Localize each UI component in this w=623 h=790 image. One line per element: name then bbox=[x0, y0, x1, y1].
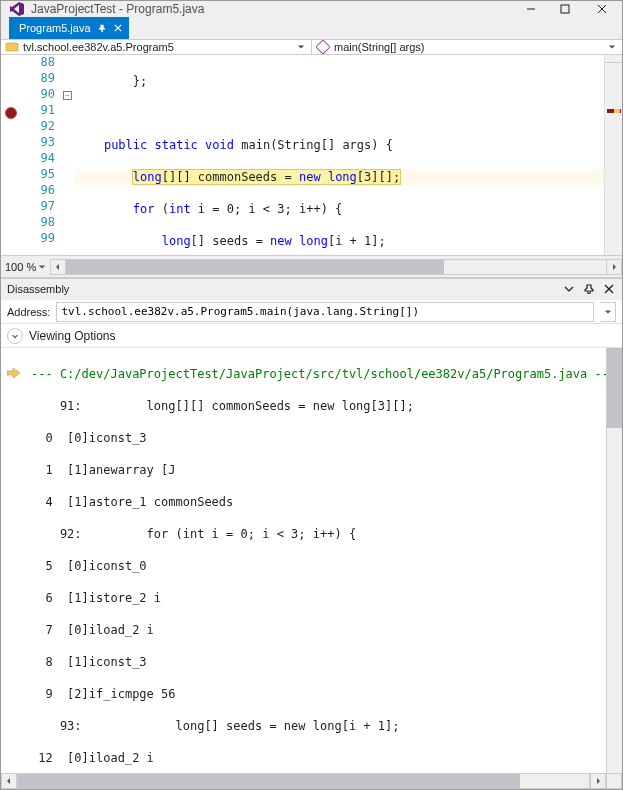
overview-ruler[interactable] bbox=[604, 55, 622, 255]
dis-line[interactable]: 92: for (int i = 0; i < 3; i++) { bbox=[31, 526, 606, 542]
dis-line[interactable]: 1 [1]anewarray [J bbox=[31, 462, 606, 478]
line-number: 89 bbox=[31, 71, 55, 87]
address-bar: Address: bbox=[1, 300, 622, 324]
split-handle-icon[interactable] bbox=[605, 55, 622, 63]
dis-line[interactable]: --- C:/dev/JavaProjectTest/JavaProject/s… bbox=[31, 366, 606, 382]
tab-close-icon[interactable] bbox=[113, 23, 123, 33]
viewing-options-label: Viewing Options bbox=[29, 329, 116, 343]
scroll-track[interactable] bbox=[17, 773, 590, 789]
scroll-thumb[interactable] bbox=[66, 260, 444, 274]
dis-line[interactable]: 7 [0]iload_2 i bbox=[31, 622, 606, 638]
svg-rect-7 bbox=[316, 40, 330, 54]
zoom-value: 100 % bbox=[5, 261, 36, 273]
dis-line[interactable]: 91: long[][] commonSeeds = new long[3][]… bbox=[31, 398, 606, 414]
class-icon bbox=[5, 40, 19, 54]
minimize-button[interactable] bbox=[514, 1, 548, 17]
class-combo[interactable]: tvl.school.ee382v.a5.Program5 bbox=[1, 40, 312, 54]
breakpoint-margin[interactable] bbox=[1, 55, 31, 255]
code-line[interactable]: public static void main(String[] args) { bbox=[75, 137, 604, 153]
dis-line[interactable]: 8 [1]iconst_3 bbox=[31, 654, 606, 670]
line-number: 92 bbox=[31, 119, 55, 135]
disassembly-footer bbox=[1, 773, 622, 789]
titlebar: JavaProjectTest - Program5.java bbox=[1, 1, 622, 17]
window-buttons bbox=[514, 1, 622, 17]
disassembly-margin[interactable] bbox=[1, 348, 31, 773]
ruler-mark bbox=[614, 109, 620, 113]
disassembly-body: --- C:/dev/JavaProjectTest/JavaProject/s… bbox=[1, 348, 622, 773]
method-combo[interactable]: main(String[] args) bbox=[312, 40, 622, 54]
tab-bar: Program5.java bbox=[1, 17, 622, 39]
zoom-combo[interactable]: 100 % bbox=[1, 261, 50, 273]
code-line[interactable]: for (int i = 0; i < 3; i++) { bbox=[75, 201, 604, 217]
disassembly-titlebar: Disassembly bbox=[1, 278, 622, 300]
dis-line[interactable]: 9 [2]if_icmpge 56 bbox=[31, 686, 606, 702]
expand-options-button[interactable] bbox=[7, 328, 23, 344]
dis-line[interactable]: 6 [1]istore_2 i bbox=[31, 590, 606, 606]
disassembly-title: Disassembly bbox=[7, 283, 556, 295]
code-area[interactable]: }; public static void main(String[] args… bbox=[75, 55, 604, 255]
current-instruction-arrow-icon bbox=[7, 367, 21, 382]
scroll-thumb[interactable] bbox=[18, 774, 520, 788]
chevron-down-icon bbox=[606, 43, 618, 51]
line-number: 96 bbox=[31, 183, 55, 199]
code-line-current[interactable]: long[][] commonSeeds = new long[3][]; bbox=[75, 169, 604, 185]
method-combo-text: main(String[] args) bbox=[334, 41, 602, 53]
editor-footer: 100 % bbox=[1, 255, 622, 277]
viewing-options-row: Viewing Options bbox=[1, 324, 622, 348]
auto-hide-pin-icon[interactable] bbox=[582, 282, 596, 296]
line-number: 97 bbox=[31, 199, 55, 215]
fold-toggle-icon[interactable]: − bbox=[63, 91, 72, 100]
code-line[interactable]: }; bbox=[75, 73, 604, 89]
scroll-thumb[interactable] bbox=[607, 348, 622, 428]
outline-margin[interactable]: − bbox=[61, 55, 75, 255]
disassembly-panel: Disassembly Address: Viewing Options ---… bbox=[1, 278, 622, 789]
address-label: Address: bbox=[7, 306, 50, 318]
code-line[interactable] bbox=[75, 105, 604, 121]
line-number: 93 bbox=[31, 135, 55, 151]
line-number: 88 bbox=[31, 55, 55, 71]
line-number: 99 bbox=[31, 231, 55, 247]
dis-line[interactable]: 93: long[] seeds = new long[i + 1]; bbox=[31, 718, 606, 734]
dis-line[interactable]: 5 [0]iconst_0 bbox=[31, 558, 606, 574]
svg-rect-6 bbox=[6, 43, 18, 51]
scroll-right-button[interactable] bbox=[590, 773, 606, 789]
nav-bar: tvl.school.ee382v.a5.Program5 main(Strin… bbox=[1, 39, 622, 55]
chevron-down-icon bbox=[295, 43, 307, 51]
vs-logo-icon bbox=[9, 1, 25, 17]
class-combo-text: tvl.school.ee382v.a5.Program5 bbox=[23, 41, 291, 53]
scroll-track[interactable] bbox=[66, 259, 606, 275]
disassembly-v-scrollbar[interactable] bbox=[606, 348, 622, 773]
method-icon bbox=[316, 40, 330, 54]
code-editor: 88 89 90 91 92 93 94 95 96 97 98 99 − };… bbox=[1, 55, 622, 278]
tab-program5[interactable]: Program5.java bbox=[9, 17, 129, 39]
line-number: 94 bbox=[31, 151, 55, 167]
scroll-corner bbox=[606, 773, 622, 789]
line-number: 90 bbox=[31, 87, 55, 103]
editor-h-scrollbar[interactable] bbox=[50, 259, 622, 275]
address-input[interactable] bbox=[56, 302, 594, 322]
dis-line[interactable]: 12 [0]iload_2 i bbox=[31, 750, 606, 766]
dis-line[interactable]: 4 [1]astore_1 commonSeeds bbox=[31, 494, 606, 510]
line-number: 98 bbox=[31, 215, 55, 231]
svg-rect-1 bbox=[561, 5, 569, 13]
dis-line[interactable]: 0 [0]iconst_3 bbox=[31, 430, 606, 446]
pin-icon[interactable] bbox=[97, 23, 107, 33]
line-number-gutter: 88 89 90 91 92 93 94 95 96 97 98 99 bbox=[31, 55, 61, 255]
window-title: JavaProjectTest - Program5.java bbox=[31, 2, 514, 16]
window-position-icon[interactable] bbox=[562, 282, 576, 296]
tab-label: Program5.java bbox=[19, 22, 91, 34]
line-number: 95 bbox=[31, 167, 55, 183]
disassembly-code[interactable]: --- C:/dev/JavaProjectTest/JavaProject/s… bbox=[31, 348, 606, 773]
maximize-button[interactable] bbox=[548, 1, 582, 17]
address-dropdown-button[interactable] bbox=[600, 302, 616, 322]
close-button[interactable] bbox=[582, 1, 622, 17]
code-line[interactable]: long[] seeds = new long[i + 1]; bbox=[75, 233, 604, 249]
scroll-right-button[interactable] bbox=[606, 259, 622, 275]
breakpoint-icon[interactable] bbox=[5, 107, 17, 119]
scroll-left-button[interactable] bbox=[1, 773, 17, 789]
line-number: 91 bbox=[31, 103, 55, 119]
close-panel-icon[interactable] bbox=[602, 282, 616, 296]
scroll-left-button[interactable] bbox=[50, 259, 66, 275]
